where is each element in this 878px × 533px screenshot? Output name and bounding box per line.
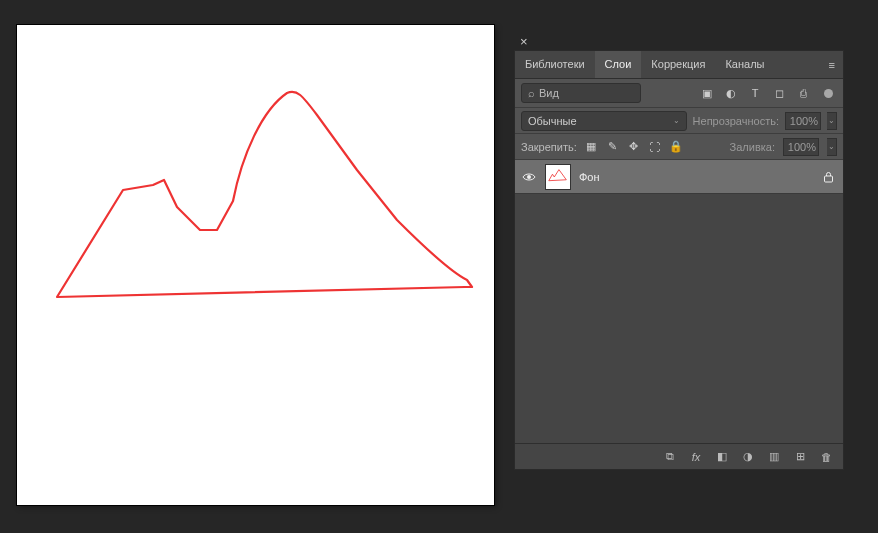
layers-list[interactable]: Фон	[515, 160, 843, 443]
blend-mode-value: Обычные	[528, 115, 577, 127]
filter-row: ⌕ Вид ▣ ◐ T ◻ ⎙	[515, 79, 843, 108]
tab-adjustments[interactable]: Коррекция	[641, 51, 715, 78]
filter-adjust-icon[interactable]: ◐	[724, 87, 738, 100]
fill-label: Заливка:	[730, 141, 775, 153]
blend-opacity-row: Обычные ⌄ Непрозрачность: 100% ⌄	[515, 108, 843, 134]
lock-brush-icon[interactable]: ✎	[606, 140, 619, 153]
search-icon: ⌕	[528, 87, 535, 99]
filter-kind-label: Вид	[539, 87, 559, 99]
tab-libraries[interactable]: Библиотеки	[515, 51, 595, 78]
fill-value[interactable]: 100%	[783, 138, 819, 156]
tab-layers[interactable]: Слои	[595, 51, 642, 78]
filter-kind-dropdown[interactable]: ⌕ Вид	[521, 83, 641, 103]
adjustment-layer-icon[interactable]: ◑	[741, 450, 755, 463]
panel-menu-icon[interactable]: ≡	[821, 51, 843, 78]
layer-row[interactable]: Фон	[515, 160, 843, 194]
layers-bottom-bar: ⧉ fx ◧ ◑ ▥ ⊞ 🗑	[515, 443, 843, 469]
link-icon[interactable]: ⧉	[663, 450, 677, 463]
layer-name[interactable]: Фон	[579, 171, 815, 183]
svg-rect-1	[825, 176, 833, 182]
filter-image-icon[interactable]: ▣	[700, 87, 714, 100]
filter-text-icon[interactable]: T	[748, 87, 762, 99]
layer-thumbnail[interactable]	[545, 164, 571, 190]
lock-label: Закрепить:	[521, 141, 577, 153]
filter-shape-icon[interactable]: ◻	[772, 87, 786, 100]
new-layer-icon[interactable]: ⊞	[793, 450, 807, 463]
filter-smart-icon[interactable]: ⎙	[796, 87, 810, 99]
lock-all-icon[interactable]: 🔒	[669, 140, 682, 153]
layers-panel: × Библиотеки Слои Коррекция Каналы ≡ ⌕ В…	[514, 50, 844, 470]
svg-point-0	[527, 175, 531, 179]
lock-artboard-icon[interactable]: ⛶	[648, 141, 661, 153]
eye-icon[interactable]	[521, 172, 537, 182]
panel-tabs: Библиотеки Слои Коррекция Каналы ≡	[515, 51, 843, 79]
close-icon[interactable]: ×	[518, 33, 530, 50]
chevron-down-icon: ⌄	[673, 116, 680, 125]
document-canvas[interactable]	[17, 25, 494, 505]
lock-position-icon[interactable]: ✥	[627, 140, 640, 153]
filter-icons: ▣ ◐ T ◻ ⎙	[645, 87, 837, 100]
lock-pixels-icon[interactable]: ▦	[585, 140, 598, 153]
lock-fill-row: Закрепить: ▦ ✎ ✥ ⛶ 🔒 Заливка: 100% ⌄	[515, 134, 843, 160]
lock-icon[interactable]	[823, 171, 837, 183]
opacity-stepper[interactable]: ⌄	[827, 112, 837, 130]
mask-icon[interactable]: ◧	[715, 450, 729, 463]
canvas-drawing	[17, 25, 494, 505]
filter-toggle[interactable]	[824, 89, 833, 98]
tab-channels[interactable]: Каналы	[715, 51, 774, 78]
blend-mode-dropdown[interactable]: Обычные ⌄	[521, 111, 687, 131]
fx-icon[interactable]: fx	[689, 451, 703, 463]
fill-stepper[interactable]: ⌄	[827, 138, 837, 156]
trash-icon[interactable]: 🗑	[819, 451, 833, 463]
opacity-label: Непрозрачность:	[693, 115, 779, 127]
group-icon[interactable]: ▥	[767, 450, 781, 463]
opacity-value[interactable]: 100%	[785, 112, 821, 130]
